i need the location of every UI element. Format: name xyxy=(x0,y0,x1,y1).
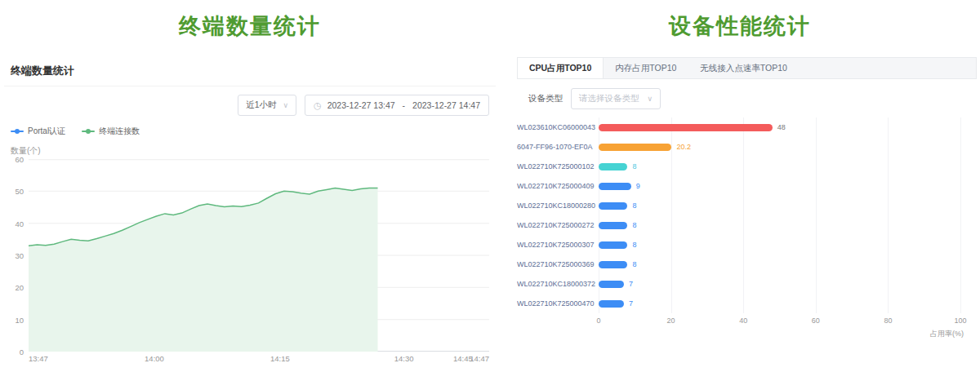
bar xyxy=(599,281,624,288)
bar-category-label: WL022710K725000409 xyxy=(517,182,599,190)
clock-icon: ◷ xyxy=(314,101,322,110)
x-axis-ticks: 13:4714:0014:1514:3014:4514:47 xyxy=(29,354,489,367)
terminal-stats-section: 终端数量统计 终端数量统计 近1小时 ∨ ◷ 2023-12-27 13:47 … xyxy=(0,0,500,372)
x-axis-ticks: 020406080100 xyxy=(599,317,960,327)
bar-row: WL022710K7250003698 xyxy=(517,255,977,274)
bar-track: 8 xyxy=(599,196,960,215)
device-type-placeholder: 请选择设备类型 xyxy=(579,93,639,104)
bar-row: WL022710K7250002728 xyxy=(517,215,977,235)
bar xyxy=(599,124,773,131)
bar-value-label: 8 xyxy=(632,162,636,170)
bar-track: 8 xyxy=(599,235,960,255)
bar-track: 8 xyxy=(599,255,960,274)
bar-category-label: WL022710K725000102 xyxy=(517,162,599,170)
legend-item[interactable]: Portal认证 xyxy=(11,126,65,137)
x-tick-label: 14:47 xyxy=(470,354,489,363)
x-tick-label: 14:30 xyxy=(394,354,414,363)
bar-value-label: 8 xyxy=(632,221,636,229)
bar-row: WL022710K7250003078 xyxy=(517,235,977,255)
bar-category-label: WL022710K725000470 xyxy=(517,299,599,308)
bar-track: 8 xyxy=(599,215,960,235)
bar-value-label: 8 xyxy=(632,260,636,268)
legend-label: Portal认证 xyxy=(28,126,65,137)
device-performance-card: CPU占用TOP10内存占用TOP10无线接入点速率TOP10 设备类型 请选择… xyxy=(517,57,977,339)
chart-legend: Portal认证终端连接数 xyxy=(11,126,489,137)
bar-track: 9 xyxy=(599,176,960,196)
bar xyxy=(599,222,627,229)
bar-track: 48 xyxy=(599,117,960,137)
chevron-down-icon: ∨ xyxy=(647,95,653,103)
device-performance-section: 设备性能统计 CPU占用TOP10内存占用TOP10无线接入点速率TOP10 设… xyxy=(500,0,980,372)
time-range-value: 近1小时 xyxy=(246,100,276,111)
section-title-performance: 设备性能统计 xyxy=(500,0,980,57)
y-tick-label: 10 xyxy=(15,316,24,325)
y-tick-label: 0 xyxy=(20,348,24,356)
bar-rows: WL023610KC06000043486047-FF96-1070-EF0A2… xyxy=(517,114,977,313)
chart-controls: 近1小时 ∨ ◷ 2023-12-27 13:47 - 2023-12-27 1… xyxy=(11,95,489,116)
bar-row: WL022710KC180002808 xyxy=(517,196,977,215)
bar xyxy=(599,261,627,268)
device-type-filter: 设备类型 请选择设备类型 ∨ xyxy=(528,88,977,109)
x-tick-label: 13:47 xyxy=(29,354,48,363)
bar-row: 6047-FF96-1070-EF0A20.2 xyxy=(517,137,977,157)
date-range-picker[interactable]: ◷ 2023-12-27 13:47 - 2023-12-27 14:47 xyxy=(305,95,489,116)
x-tick-label: 20 xyxy=(667,317,675,325)
bar-category-label: WL022710KC18000372 xyxy=(517,280,599,288)
x-tick-label: 0 xyxy=(596,317,600,325)
legend-label: 终端连接数 xyxy=(99,126,140,137)
card-title: 终端数量统计 xyxy=(4,57,496,86)
date-separator: - xyxy=(401,100,408,110)
bar xyxy=(599,144,671,151)
section-title-terminal: 终端数量统计 xyxy=(0,0,500,57)
bar-row: WL022710K7250004707 xyxy=(517,294,977,313)
bar-track: 7 xyxy=(599,294,960,313)
line-chart: 0102030405060 13:4714:0014:1514:3014:451… xyxy=(4,159,496,367)
chevron-down-icon: ∨ xyxy=(283,102,288,109)
device-type-select[interactable]: 请选择设备类型 ∨ xyxy=(571,88,661,109)
legend-item[interactable]: 终端连接数 xyxy=(82,126,140,137)
y-axis-name: 数量(个) xyxy=(11,145,496,157)
tab-memory-top10[interactable]: 内存占用TOP10 xyxy=(604,58,688,78)
bar-value-label: 7 xyxy=(629,280,633,288)
bar-chart: WL023610KC06000043486047-FF96-1070-EF0A2… xyxy=(517,114,977,339)
bar-category-label: WL023610KC06000043 xyxy=(517,123,599,131)
time-range-select[interactable]: 近1小时 ∨ xyxy=(238,95,296,116)
bar-row: WL023610KC0600004348 xyxy=(517,117,977,137)
date-end: 2023-12-27 14:47 xyxy=(412,100,480,110)
bar xyxy=(599,202,627,210)
bar-track: 7 xyxy=(599,274,960,294)
bar-row: WL022710K7250001028 xyxy=(517,157,977,176)
tab-cpu-top10[interactable]: CPU占用TOP10 xyxy=(517,58,604,78)
bar-category-label: 6047-FF96-1070-EF0A xyxy=(517,143,599,151)
bar-category-label: WL022710K725000272 xyxy=(517,221,599,229)
bar-category-label: WL022710KC18000280 xyxy=(517,202,599,210)
terminal-stats-card: 终端数量统计 近1小时 ∨ ◷ 2023-12-27 13:47 - 2023-… xyxy=(4,57,496,367)
y-tick-label: 20 xyxy=(15,283,24,292)
bar xyxy=(599,300,624,308)
bar-value-label: 48 xyxy=(777,123,786,131)
bar-value-label: 9 xyxy=(636,182,640,190)
x-tick-label: 100 xyxy=(954,317,966,325)
y-tick-label: 30 xyxy=(15,251,24,260)
date-start: 2023-12-27 13:47 xyxy=(327,100,395,110)
bar-row: WL022710K7250004099 xyxy=(517,176,977,196)
tab-wireless-ap-rate-top10[interactable]: 无线接入点速率TOP10 xyxy=(688,58,800,78)
bar-value-label: 8 xyxy=(632,202,636,210)
bar-category-label: WL022710K725000307 xyxy=(517,241,599,249)
y-axis-ticks: 0102030405060 xyxy=(7,159,29,352)
bar-value-label: 7 xyxy=(629,299,633,308)
bar xyxy=(599,241,627,249)
bar-value-label: 8 xyxy=(632,241,636,249)
x-tick-label: 14:00 xyxy=(145,354,164,363)
bar-row: WL022710KC180003727 xyxy=(517,274,977,294)
series-marker-icon xyxy=(11,131,24,132)
bar-category-label: WL022710K725000369 xyxy=(517,260,599,268)
plot-area: 13:4714:0014:1514:3014:4514:47 xyxy=(29,159,489,367)
x-tick-label: 40 xyxy=(739,317,747,325)
y-tick-label: 60 xyxy=(15,155,24,164)
device-type-label: 设备类型 xyxy=(528,93,563,104)
y-tick-label: 50 xyxy=(15,187,24,196)
bar-value-label: 20.2 xyxy=(676,143,691,151)
bar xyxy=(599,163,627,170)
dashboard: 终端数量统计 终端数量统计 近1小时 ∨ ◷ 2023-12-27 13:47 … xyxy=(0,0,980,372)
